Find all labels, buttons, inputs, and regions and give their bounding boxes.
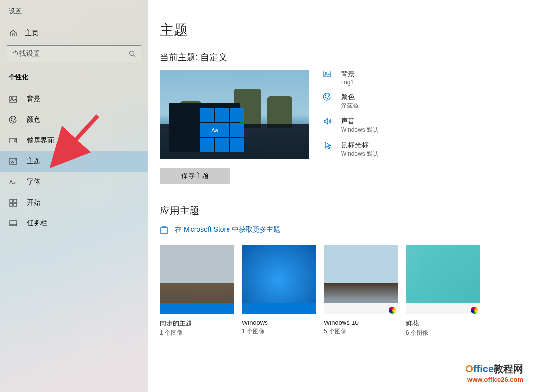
svg-line-1 [134, 55, 136, 57]
palette-icon [323, 93, 334, 104]
svg-rect-15 [14, 203, 17, 206]
image-icon [323, 70, 334, 81]
svg-rect-9 [10, 158, 17, 164]
theme-count: 5 个图像 [324, 327, 398, 336]
setting-label: 声音 [341, 117, 379, 126]
svg-rect-12 [10, 199, 13, 202]
sidebar-item-theme[interactable]: 主题 [0, 151, 148, 172]
setting-value: Windows 默认 [341, 126, 379, 134]
svg-text:A: A [9, 179, 13, 185]
sidebar-item-taskbar[interactable]: 任务栏 [0, 213, 148, 234]
setting-value: img1 [341, 79, 355, 86]
theme-setting-palette[interactable]: 颜色深蓝色 [323, 93, 379, 110]
sidebar-item-label: 字体 [27, 178, 40, 186]
window-title: 设置 [0, 4, 148, 24]
color-badge-icon [471, 307, 478, 314]
theme-card[interactable]: Windows1 个图像 [242, 245, 316, 337]
setting-value: 深蓝色 [341, 102, 359, 110]
store-link-label: 在 Microsoft Store 中获取更多主题 [175, 225, 280, 234]
theme-count: 1 个图像 [160, 329, 234, 337]
theme-count: 1 个图像 [242, 327, 316, 336]
home-icon [9, 29, 18, 37]
svg-point-22 [325, 97, 326, 98]
lock-icon [9, 136, 18, 145]
search-input[interactable]: 查找设置 [7, 45, 141, 62]
svg-rect-14 [10, 203, 13, 206]
theme-name: 同步的主题 [160, 319, 234, 328]
sidebar-item-label: 主题 [27, 157, 40, 166]
sidebar-item-label: 背景 [27, 95, 40, 104]
page-title: 主题 [160, 21, 533, 39]
svg-rect-24 [161, 228, 168, 233]
theme-count: 6 个图像 [406, 329, 480, 337]
watermark: Office教程网 www.office26.com [465, 362, 523, 383]
theme-card[interactable]: 同步的主题1 个图像 [160, 245, 234, 337]
sidebar-item-label: 开始 [27, 198, 40, 207]
start-icon [9, 198, 18, 207]
theme-preview[interactable]: Aa [160, 70, 309, 159]
theme-setting-image[interactable]: 背景img1 [323, 70, 379, 86]
svg-point-6 [13, 121, 14, 122]
sidebar-item-label: 颜色 [27, 115, 40, 124]
save-theme-button[interactable]: 保存主题 [160, 168, 230, 184]
sidebar-item-font[interactable]: AA字体 [0, 172, 148, 192]
sidebar-item-label: 任务栏 [27, 219, 47, 228]
theme-card[interactable]: 鲜花6 个图像 [406, 245, 480, 337]
store-icon [160, 225, 169, 234]
theme-icon [9, 157, 18, 166]
font-icon: AA [9, 178, 18, 186]
setting-value: Windows 默认 [341, 150, 379, 158]
setting-label: 背景 [341, 70, 355, 79]
svg-rect-8 [15, 140, 16, 142]
theme-name: Windows [242, 319, 316, 326]
preview-tile-aa: Aa [200, 123, 229, 137]
sidebar-item-image[interactable]: 背景 [0, 89, 148, 109]
palette-icon [9, 115, 18, 124]
apply-theme-title: 应用主题 [160, 204, 533, 217]
svg-rect-16 [10, 221, 17, 226]
sound-icon [323, 117, 334, 128]
svg-point-20 [325, 72, 327, 74]
current-theme-label: 当前主题: 自定义 [160, 51, 533, 63]
search-placeholder: 查找设置 [12, 49, 40, 58]
sidebar-item-lock[interactable]: 锁屏界面 [0, 130, 148, 151]
taskbar-icon [9, 219, 18, 228]
svg-text:A: A [13, 181, 16, 185]
svg-rect-13 [14, 199, 17, 202]
setting-label: 鼠标光标 [341, 141, 379, 150]
home-label: 主页 [25, 29, 38, 37]
svg-point-21 [325, 95, 326, 96]
image-icon [9, 95, 18, 104]
sidebar-item-label: 锁屏界面 [27, 136, 54, 145]
main-content: 主题 当前主题: 自定义 Aa 背景img1颜色深蓝色声音Windows 默认鼠… [148, 0, 533, 392]
theme-setting-cursor[interactable]: 鼠标光标Windows 默认 [323, 141, 379, 158]
svg-point-5 [11, 120, 12, 121]
section-label: 个性化 [0, 71, 148, 89]
svg-point-3 [11, 98, 13, 99]
search-icon [129, 50, 136, 57]
theme-card[interactable]: Windows 105 个图像 [324, 245, 398, 337]
store-link[interactable]: 在 Microsoft Store 中获取更多主题 [160, 225, 533, 234]
svg-rect-7 [10, 138, 17, 143]
home-link[interactable]: 主页 [0, 24, 148, 45]
cursor-icon [323, 141, 334, 152]
color-badge-icon [389, 307, 396, 314]
sidebar-item-palette[interactable]: 颜色 [0, 109, 148, 130]
svg-rect-2 [10, 96, 17, 102]
svg-point-23 [327, 98, 328, 99]
sidebar-item-start[interactable]: 开始 [0, 192, 148, 213]
setting-label: 颜色 [341, 93, 359, 102]
theme-name: Windows 10 [324, 319, 398, 326]
theme-setting-sound[interactable]: 声音Windows 默认 [323, 117, 379, 134]
svg-rect-19 [324, 71, 331, 77]
sidebar: 设置 主页 查找设置 个性化 背景颜色锁屏界面主题AA字体开始任务栏 [0, 0, 148, 392]
svg-point-0 [130, 51, 134, 56]
svg-point-4 [11, 118, 12, 119]
theme-name: 鲜花 [406, 319, 480, 328]
